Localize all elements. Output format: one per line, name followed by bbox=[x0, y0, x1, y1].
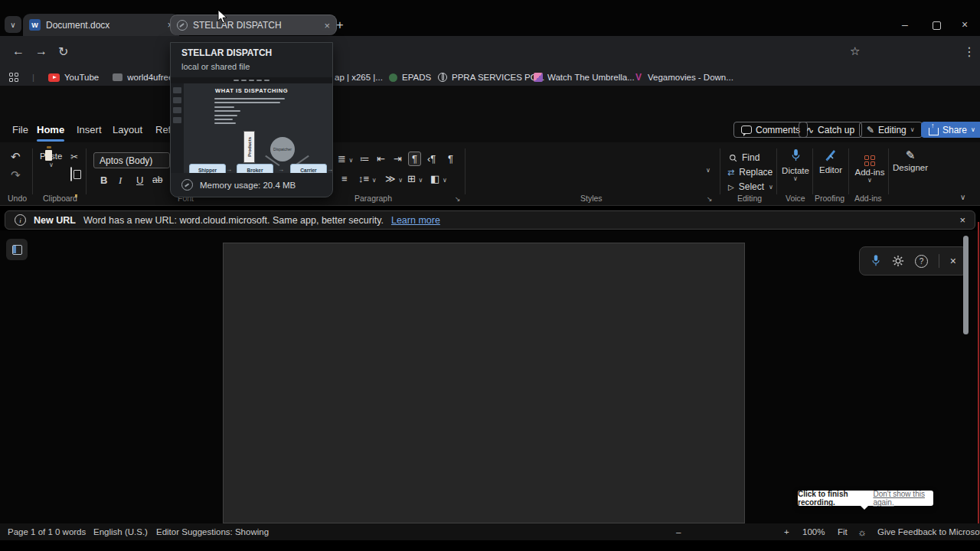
italic-button[interactable]: I bbox=[119, 174, 122, 187]
add-ins-grid-icon bbox=[864, 155, 875, 166]
browser-menu-button[interactable]: ⋮ bbox=[963, 44, 975, 59]
align-button[interactable]: ≡ bbox=[341, 173, 348, 184]
window-maximize-button[interactable] bbox=[933, 21, 941, 30]
forward-button[interactable]: → bbox=[35, 44, 47, 58]
copy-button[interactable] bbox=[70, 167, 72, 181]
zoom-out-button[interactable]: – bbox=[676, 527, 681, 536]
editor-button[interactable]: Editor bbox=[817, 148, 844, 174]
show-paragraph-marks-button[interactable]: ¶ bbox=[408, 152, 421, 166]
apps-grid-icon[interactable] bbox=[9, 73, 18, 82]
share-button[interactable]: Share∨ bbox=[921, 122, 980, 138]
chevron-down-icon: ∨ bbox=[853, 177, 887, 184]
increase-indent-button[interactable]: ⇥ bbox=[394, 153, 402, 165]
microphone-icon[interactable] bbox=[871, 254, 881, 268]
zoom-in-button[interactable]: + bbox=[784, 527, 789, 536]
vertical-scrollbar[interactable] bbox=[963, 236, 969, 334]
tab-insert[interactable]: Insert bbox=[77, 124, 102, 135]
new-tab-button[interactable]: + bbox=[332, 17, 348, 34]
bookmark-epads[interactable]: EPADS bbox=[389, 73, 431, 82]
close-toolbar-button[interactable]: × bbox=[950, 255, 956, 267]
numbering-button[interactable]: ≔ bbox=[360, 153, 370, 165]
font-name-combobox[interactable]: Aptos (Body) bbox=[93, 152, 170, 168]
window-close-button[interactable]: × bbox=[962, 18, 968, 31]
wave-icon: ∿ bbox=[806, 125, 814, 135]
collapse-ribbon-chevron[interactable]: ∨ bbox=[960, 193, 965, 201]
document-page[interactable] bbox=[223, 243, 745, 523]
bookmark-x265[interactable]: ap | x265 |... bbox=[335, 73, 383, 82]
back-button[interactable]: ← bbox=[12, 44, 24, 58]
bookmark-star-button[interactable]: ☆ bbox=[850, 44, 860, 58]
dont-show-again-link[interactable]: Don't show this again. bbox=[873, 490, 933, 507]
rtl-paragraph-button[interactable]: ‹¶ bbox=[427, 153, 436, 165]
divider bbox=[86, 148, 87, 194]
recording-edge-indicator bbox=[978, 222, 979, 531]
reload-button[interactable]: ↻ bbox=[58, 44, 68, 59]
bookmark-youtube[interactable]: YouTube bbox=[48, 73, 99, 82]
bookmark-ppra[interactable]: PPRA SERVICES PO... bbox=[438, 73, 544, 82]
brightness-icon[interactable]: ☼ bbox=[858, 527, 867, 538]
paragraph-dialog-launcher[interactable]: ↘ bbox=[455, 195, 461, 203]
feedback-link[interactable]: Give Feedback to Microsoft bbox=[877, 527, 980, 536]
bullets-button[interactable]: ≣ ∨ bbox=[338, 153, 353, 165]
divider bbox=[939, 254, 939, 268]
outdent-icon: ⇤ bbox=[377, 153, 385, 165]
paste-button[interactable]: Paste ∨ bbox=[43, 148, 62, 168]
comments-button[interactable]: Comments bbox=[733, 122, 808, 138]
zoom-percent[interactable]: 100% bbox=[802, 527, 825, 536]
dictate-button[interactable]: Dictate ∨ bbox=[781, 148, 810, 182]
window-minimize-button[interactable]: – bbox=[902, 18, 908, 31]
search-icon bbox=[729, 154, 737, 162]
catch-up-button[interactable]: ∿Catch up bbox=[799, 122, 862, 138]
pencil-icon: ✎ bbox=[867, 125, 874, 135]
line-spacing-button[interactable]: ↕≡ ∨ bbox=[358, 173, 377, 184]
undo-button[interactable]: ↶ bbox=[11, 150, 21, 164]
gear-icon[interactable] bbox=[892, 255, 904, 267]
forward-icon: → bbox=[35, 44, 47, 57]
replace-button[interactable]: ⇄ Replace bbox=[727, 167, 773, 178]
image-icon bbox=[534, 73, 543, 82]
tab-document-docx[interactable]: W Document.docx × bbox=[23, 14, 179, 36]
bookmark-vegamovies[interactable]: VVegamovies - Down... bbox=[634, 73, 733, 82]
new-url-banner: i New URL Word has a new URL: word.cloud… bbox=[5, 210, 975, 230]
thumb-dispatcher-node: Dispatcher bbox=[270, 137, 295, 161]
page-count[interactable]: Page 1 of 1 bbox=[8, 527, 53, 536]
bookmark-umbrella[interactable]: Watch The Umbrella... bbox=[534, 73, 635, 82]
shading-button[interactable]: ◧ ∨ bbox=[430, 173, 447, 184]
borders-button[interactable]: ⊞ ∨ bbox=[407, 173, 423, 184]
select-arrow-icon: ▷ bbox=[728, 183, 734, 191]
tab-stellar-dispatch[interactable]: STELLAR DISPATCH × bbox=[170, 15, 337, 35]
decrease-indent-button[interactable]: ⇤ bbox=[377, 153, 385, 165]
styles-gallery-chevron[interactable]: ∨ bbox=[706, 167, 710, 174]
find-button[interactable]: Find bbox=[729, 152, 760, 163]
word-count[interactable]: 0 words bbox=[55, 527, 86, 536]
select-button[interactable]: ▷ Select ∨ bbox=[728, 181, 773, 192]
editing-mode-button[interactable]: ✎Editing∨ bbox=[859, 122, 923, 138]
editor-suggestions[interactable]: Editor Suggestions: Showing bbox=[156, 527, 269, 536]
chevron-down-icon: ∨ bbox=[971, 126, 975, 133]
tab-search-button[interactable]: ∨ bbox=[5, 16, 21, 33]
tab-references[interactable]: Ref bbox=[155, 124, 171, 135]
banner-close-button[interactable]: × bbox=[959, 214, 965, 226]
cut-button[interactable]: ✂ bbox=[70, 152, 78, 162]
ltr-paragraph-button[interactable]: ¶ bbox=[448, 153, 453, 165]
add-ins-button[interactable]: Add-ins ∨ bbox=[853, 149, 887, 184]
styles-dialog-launcher[interactable]: ↘ bbox=[707, 195, 713, 203]
language[interactable]: English (U.S.) bbox=[93, 527, 148, 536]
tab-home[interactable]: Home bbox=[37, 124, 64, 135]
designer-button[interactable]: ✎ Designer bbox=[891, 148, 929, 172]
strikethrough-button[interactable]: ab bbox=[152, 174, 162, 185]
help-icon[interactable]: ? bbox=[915, 255, 928, 268]
minimize-icon: – bbox=[902, 18, 908, 31]
underline-button[interactable]: U bbox=[136, 174, 143, 186]
bold-button[interactable]: B bbox=[100, 174, 107, 186]
fit-label[interactable]: Fit bbox=[838, 527, 848, 536]
thumb-node-shipper: Shipper bbox=[189, 164, 226, 173]
navigation-pane-toggle[interactable] bbox=[6, 239, 28, 260]
multilevel-list-button[interactable]: ≫ ∨ bbox=[385, 173, 403, 184]
tab-layout[interactable]: Layout bbox=[113, 124, 142, 135]
tab-file[interactable]: File bbox=[12, 124, 28, 135]
learn-more-link[interactable]: Learn more bbox=[391, 215, 440, 226]
redo-button[interactable]: ↷ bbox=[11, 168, 21, 182]
close-tab-icon[interactable]: × bbox=[324, 20, 330, 31]
chevron-down-icon: ∨ bbox=[419, 177, 423, 184]
